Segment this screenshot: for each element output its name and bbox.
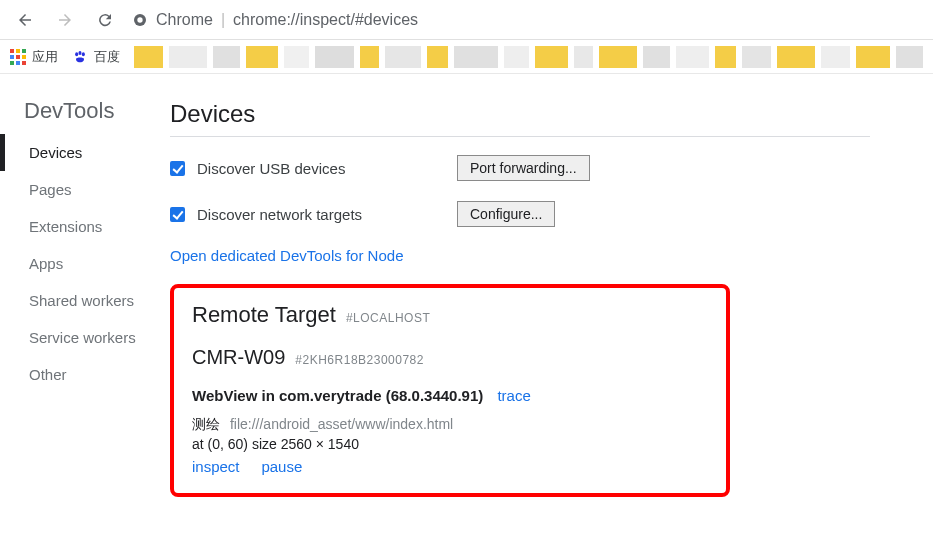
address-path: chrome://inspect/#devices xyxy=(233,11,418,29)
open-node-devtools-link[interactable]: Open dedicated DevTools for Node xyxy=(170,247,403,264)
port-forwarding-button[interactable]: Port forwarding... xyxy=(457,155,590,181)
reload-icon xyxy=(96,11,114,29)
sidebar-item-shared-workers[interactable]: Shared workers xyxy=(0,282,170,319)
apps-bookmark[interactable]: 应用 xyxy=(10,48,58,66)
discover-usb-checkbox[interactable] xyxy=(170,161,185,176)
device-id: #2KH6R18B23000782 xyxy=(295,353,424,367)
remote-actions: inspect pause xyxy=(192,458,708,475)
forward-button[interactable] xyxy=(48,5,82,35)
sidebar-item-devices[interactable]: Devices xyxy=(0,134,170,171)
arrow-right-icon xyxy=(56,11,74,29)
remote-page-title: 测绘 xyxy=(192,416,220,432)
sidebar-item-extensions[interactable]: Extensions xyxy=(0,208,170,245)
remote-target-box: Remote Target #LOCALHOST CMR-W09 #2KH6R1… xyxy=(170,284,730,497)
address-separator: | xyxy=(221,11,225,29)
divider xyxy=(170,136,870,137)
remote-target-tag: #LOCALHOST xyxy=(346,311,430,325)
configure-button[interactable]: Configure... xyxy=(457,201,555,227)
sidebar-title: DevTools xyxy=(0,98,170,134)
bookmarks-bar: 应用 百度 xyxy=(0,40,933,74)
svg-point-1 xyxy=(137,17,142,22)
inspect-link[interactable]: inspect xyxy=(192,458,240,475)
address-bar[interactable]: Chrome | chrome://inspect/#devices xyxy=(132,11,418,29)
sidebar-item-pages[interactable]: Pages xyxy=(0,171,170,208)
device-name: CMR-W09 xyxy=(192,346,285,369)
chrome-site-icon xyxy=(132,12,148,28)
apps-icon xyxy=(10,49,26,65)
position-size-line: at (0, 60) size 2560 × 1540 xyxy=(192,436,708,452)
back-button[interactable] xyxy=(8,5,42,35)
discover-network-row: Discover network targets Configure... xyxy=(170,201,870,227)
remote-page-url: file:///android_asset/www/index.html xyxy=(230,416,453,432)
sidebar-item-apps[interactable]: Apps xyxy=(0,245,170,282)
page-body: DevTools Devices Pages Extensions Apps S… xyxy=(0,74,933,527)
page-title: Devices xyxy=(170,100,870,128)
bookmarks-overflow-blur xyxy=(134,46,923,68)
browser-toolbar: Chrome | chrome://inspect/#devices xyxy=(0,0,933,40)
trace-link[interactable]: trace xyxy=(497,387,530,404)
discover-network-checkbox[interactable] xyxy=(170,207,185,222)
svg-point-4 xyxy=(82,52,85,56)
remote-target-title: Remote Target #LOCALHOST xyxy=(192,302,708,328)
baidu-bookmark-label: 百度 xyxy=(94,48,120,66)
baidu-icon xyxy=(72,49,88,65)
baidu-bookmark[interactable]: 百度 xyxy=(72,48,120,66)
remote-target-title-text: Remote Target xyxy=(192,302,336,328)
page-file-line: 测绘 file:///android_asset/www/index.html xyxy=(192,416,708,434)
webview-label: WebView in com.verytrade (68.0.3440.91) xyxy=(192,387,483,404)
svg-point-2 xyxy=(75,52,78,56)
device-line: CMR-W09 #2KH6R18B23000782 xyxy=(192,346,708,369)
pause-link[interactable]: pause xyxy=(261,458,302,475)
content: Devices Discover USB devices Port forwar… xyxy=(170,84,890,497)
sidebar: DevTools Devices Pages Extensions Apps S… xyxy=(0,84,170,497)
discover-usb-label: Discover USB devices xyxy=(197,160,457,177)
sidebar-item-service-workers[interactable]: Service workers xyxy=(0,319,170,356)
address-protocol: Chrome xyxy=(156,11,213,29)
webview-line: WebView in com.verytrade (68.0.3440.91) … xyxy=(192,387,708,404)
arrow-left-icon xyxy=(16,11,34,29)
svg-point-3 xyxy=(78,51,81,55)
discover-usb-row: Discover USB devices Port forwarding... xyxy=(170,155,870,181)
reload-button[interactable] xyxy=(88,5,122,35)
sidebar-item-other[interactable]: Other xyxy=(0,356,170,393)
apps-bookmark-label: 应用 xyxy=(32,48,58,66)
discover-network-label: Discover network targets xyxy=(197,206,457,223)
